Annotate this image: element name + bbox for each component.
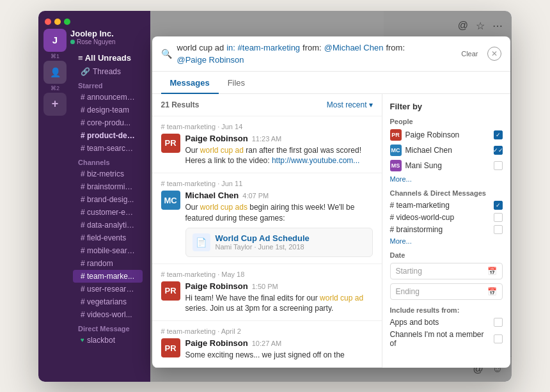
filter-channel-1[interactable]: # team-marketing <box>390 201 503 210</box>
sidebar-item-videos-world[interactable]: # videos-worl... <box>73 308 143 321</box>
search-query-text: world cup ad <box>177 43 224 52</box>
include-row-2[interactable]: Channels I'm not a member of <box>390 330 503 348</box>
filter-channel-2[interactable]: # videos-world-cup <box>390 213 503 222</box>
workspace-icon[interactable]: J <box>43 29 67 52</box>
search-body: 21 Results Most recent ▾ # team-marketin… <box>152 94 510 368</box>
sidebar-item-customer-ex[interactable]: # customer-ex... <box>73 206 143 219</box>
minimize-button[interactable] <box>54 19 61 25</box>
person-avatar-2: MC <box>390 145 402 156</box>
filter-checkbox-person-2[interactable]: ✓ <box>494 146 503 155</box>
results-sort[interactable]: Most recent ▾ <box>327 100 373 109</box>
result-author-line-4: Paige Robinson 10:27 AM <box>185 338 373 348</box>
maximize-button[interactable] <box>64 19 70 25</box>
sidebar-item-team-search[interactable]: # team-search... <box>73 142 143 155</box>
tab-files[interactable]: Files <box>219 72 254 94</box>
search-bar: 🔍 world cup ad in: #team-marketing from:… <box>152 36 510 72</box>
search-close-button[interactable]: ✕ <box>487 47 501 61</box>
result-item-1[interactable]: # team-marketing · Jun 14 PR Paige Robin… <box>152 116 382 174</box>
add-workspace-button[interactable]: + <box>43 93 67 116</box>
include-checkbox-2[interactable] <box>494 334 503 343</box>
sidebar-item-biz-metrics[interactable]: # biz-metrics <box>73 168 143 180</box>
search-from1-name: @Michael Chen <box>324 43 384 52</box>
sidebar-item-data-analytics[interactable]: # data-analytic... <box>73 219 143 231</box>
filter-checkbox-person-1[interactable] <box>494 130 503 139</box>
result-text-1: Our world cup ad ran after the first goa… <box>185 145 373 167</box>
include-checkbox-1[interactable] <box>494 318 503 327</box>
sidebar-item-brand-design[interactable]: # brand-desig... <box>73 193 143 206</box>
sidebar-item-team-marketing[interactable]: # team-marke... <box>73 270 143 283</box>
include-label: Include results from: <box>390 306 503 314</box>
sidebar-item-design-team[interactable]: # design-team <box>73 104 143 116</box>
file-sub-1: Nami Taylor · June 1st, 2018 <box>216 243 366 251</box>
filter-person-name-1: Paige Robinson <box>405 130 490 139</box>
filter-channel-3[interactable]: # brainstorming <box>390 225 503 234</box>
filter-checkbox-ch-1[interactable] <box>494 201 503 210</box>
all-unreads-link[interactable]: ≡ All Unreads <box>70 51 145 65</box>
workspace2-kbd: ⌘2 <box>51 85 59 91</box>
file-info-1: World Cup Ad Schedule Nami Taylor · June… <box>216 233 366 251</box>
workspace-user: Rose Nguyen <box>70 38 145 45</box>
search-results: 21 Results Most recent ▾ # team-marketin… <box>152 94 382 368</box>
search-panel: 🔍 world cup ad in: #team-marketing from:… <box>152 36 510 368</box>
search-from1-text: from: <box>302 43 322 52</box>
sidebar-item-brainstorming[interactable]: # brainstormin... <box>73 180 143 193</box>
sidebar-item-slackbot[interactable]: ♥ slackbot <box>73 334 143 347</box>
result-time-2: 4:07 PM <box>242 192 269 200</box>
result-channel-date-4: # team-marketing · April 2 <box>161 327 373 335</box>
include-apps-label: Apps and bots <box>390 318 490 327</box>
filter-channels-label: Channels & Direct Messages <box>390 189 503 197</box>
filter-people-more[interactable]: More... <box>390 175 503 183</box>
search-clear-button[interactable]: Clear <box>457 49 482 59</box>
result-item-3[interactable]: # team-marketing · May 18 PR Paige Robin… <box>152 264 382 322</box>
filter-person-name-2: Michael Chen <box>405 146 490 155</box>
result-author-1: Paige Robinson <box>185 134 248 143</box>
filter-person-1[interactable]: PR Paige Robinson <box>390 129 503 141</box>
online-indicator <box>70 40 75 44</box>
filter-checkbox-ch-3[interactable] <box>494 225 503 234</box>
workspace2-icon[interactable]: 👤 <box>43 61 67 84</box>
result-item-4[interactable]: # team-marketing · April 2 PR Paige Robi… <box>152 321 382 368</box>
result-content-3: PR Paige Robinson 1:50 PM Hi team! We ha… <box>161 281 373 315</box>
result-item-2[interactable]: # team-marketing · Jun 11 MC Michael Che… <box>152 173 382 264</box>
results-count: 21 Results <box>161 100 200 109</box>
sidebar-item-mobile-search[interactable]: # mobile-searc... <box>73 244 143 257</box>
sidebar-item-random[interactable]: # random <box>73 257 143 270</box>
threads-link[interactable]: 🔗 Threads <box>73 65 143 78</box>
filter-checkbox-person-3[interactable] <box>494 161 503 170</box>
sidebar-item-user-research[interactable]: # user-researc... <box>73 283 143 295</box>
filter-person-3[interactable]: MS Mani Sung <box>390 160 503 171</box>
avatar-1: PR <box>161 134 180 153</box>
main-area: @ ☆ ⋯ ...e clear what e interface. , you… <box>150 11 512 382</box>
result-channel-date-2: # team-marketing · Jun 11 <box>161 180 373 187</box>
highlight-3a: world cup <box>320 294 352 302</box>
workspace-name[interactable]: Joolep Inc. <box>70 29 145 38</box>
person-avatar-3: MS <box>390 160 402 171</box>
filter-date-ending[interactable]: Ending 📅 <box>390 283 503 300</box>
filter-person-2[interactable]: MC Michael Chen ✓ <box>390 145 503 156</box>
file-card-1[interactable]: 📄 World Cup Ad Schedule Nami Taylor · Ju… <box>185 228 373 257</box>
result-text-2: Our world cup ads begin airing this week… <box>185 202 373 224</box>
app-window: J ⌘1 👤 ⌘2 + Joolep Inc. Rose Nguyen ≡ Al… <box>38 11 512 382</box>
filter-date-label: Date <box>390 251 503 259</box>
close-button[interactable] <box>45 19 51 25</box>
sidebar-item-vegetarians[interactable]: # vegetarians <box>73 295 143 308</box>
sidebar-item-core-produ[interactable]: # core-produ... <box>73 116 143 129</box>
result-author-line-1: Paige Robinson 11:23 AM <box>185 134 373 143</box>
tab-messages[interactable]: Messages <box>161 72 219 94</box>
sidebar-item-field-events[interactable]: # field-events <box>73 231 143 244</box>
result-content-2: MC Michael Chen 4:07 PM Our world cup ad… <box>161 191 373 257</box>
filter-date-starting[interactable]: Starting 📅 <box>390 263 503 279</box>
result-author-3: Paige Robinson <box>185 281 248 291</box>
result-text-block-1: Paige Robinson 11:23 AM Our world cup ad… <box>185 134 373 167</box>
sidebar: J ⌘1 👤 ⌘2 + Joolep Inc. Rose Nguyen ≡ Al… <box>38 11 150 382</box>
sidebar-item-announcements[interactable]: # announcements <box>73 91 143 104</box>
dm-section-label: Direct Message <box>70 321 145 334</box>
sidebar-item-product-des[interactable]: # product-des... <box>73 129 143 142</box>
include-row-1[interactable]: Apps and bots <box>390 318 503 327</box>
avatar-3: PR <box>161 281 180 301</box>
filter-checkbox-ch-2[interactable] <box>494 213 503 222</box>
result-text-block-2: Michael Chen 4:07 PM Our world cup ads b… <box>185 191 373 257</box>
filter-channels-more[interactable]: More... <box>390 237 503 245</box>
search-input-display[interactable]: world cup ad in: #team-marketing from: @… <box>177 43 453 65</box>
link-1[interactable]: http://www.youtube.com... <box>272 156 359 165</box>
